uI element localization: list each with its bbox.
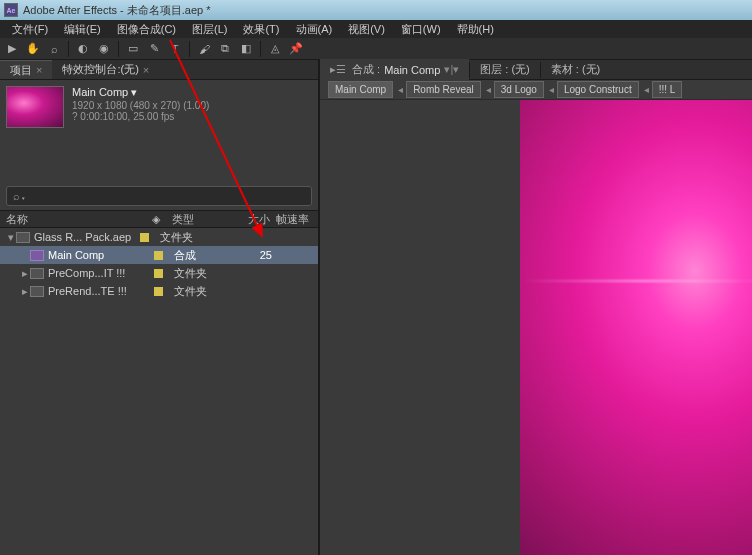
left-panel-tabs: 项目 × 特效控制台:(无) ×	[0, 60, 318, 80]
folder-icon	[30, 268, 44, 279]
item-label[interactable]	[148, 251, 168, 260]
list-item[interactable]: ▸ PreComp...IT !!! 文件夹	[0, 264, 318, 282]
list-item[interactable]: Main Comp 合成 25	[0, 246, 318, 264]
col-label[interactable]: ◈	[146, 213, 166, 226]
comp-info: Main Comp ▾ 1920 x 1080 (480 x 270) (1.0…	[0, 80, 318, 134]
chevron-left-icon: ◂	[549, 84, 554, 95]
menu-edit[interactable]: 编辑(E)	[56, 20, 109, 39]
tool-bar: ▶ ✋ ⌕ ◐ ◉ ▭ ✎ T 🖌 ⧉ ◧ ◬ 📌	[0, 38, 752, 60]
text-tool-icon[interactable]: T	[166, 40, 184, 58]
project-list: ▾ Glass R... Pack.aep 文件夹 Main Comp 合成 2…	[0, 228, 318, 555]
toolbar-separator	[68, 41, 69, 57]
hand-tool-icon[interactable]: ✋	[24, 40, 42, 58]
project-panel: 项目 × 特效控制台:(无) × Main Comp ▾ 1920 x 1080…	[0, 60, 320, 555]
search-icon: ⌕▾	[13, 190, 27, 202]
comp-flowchart-nav: Main Comp ◂ Romb Reveal ◂ 3d Logo ◂ Logo…	[320, 80, 752, 100]
comp-tab-name[interactable]: Main Comp	[384, 64, 440, 76]
item-type: 文件夹	[168, 266, 228, 281]
list-item[interactable]: ▸ PreRend...TE !!! 文件夹	[0, 282, 318, 300]
tab-close-icon[interactable]: ×	[36, 64, 42, 76]
project-list-header: 名称 ◈ 类型 大小 帧速率	[0, 210, 318, 228]
comp-text: Main Comp ▾ 1920 x 1080 (480 x 270) (1.0…	[72, 86, 209, 128]
item-size: 25	[228, 249, 278, 261]
menu-help[interactable]: 帮助(H)	[449, 20, 502, 39]
menu-animation[interactable]: 动画(A)	[288, 20, 341, 39]
item-name: PreRend...TE !!!	[48, 285, 148, 297]
tab-composition[interactable]: ▸☰ 合成 : Main Comp ▾|▾	[320, 59, 469, 80]
chevron-left-icon: ◂	[398, 84, 403, 95]
orbit-tool-icon[interactable]: ◐	[74, 40, 92, 58]
item-label[interactable]	[134, 233, 154, 242]
brush-tool-icon[interactable]: 🖌	[195, 40, 213, 58]
item-type: 合成	[168, 248, 228, 263]
project-search[interactable]: ⌕▾	[6, 186, 312, 206]
menu-layer[interactable]: 图层(L)	[184, 20, 235, 39]
menu-window[interactable]: 窗口(W)	[393, 20, 449, 39]
layer-tab-label: 图层 : (无)	[480, 62, 530, 77]
pen-tool-icon[interactable]: ✎	[145, 40, 163, 58]
tab-effect-controls[interactable]: 特效控制台:(无) ×	[52, 60, 159, 79]
tab-footage[interactable]: 素材 : (无)	[541, 59, 611, 80]
folder-icon	[16, 232, 30, 243]
chevron-left-icon: ◂	[644, 84, 649, 95]
comp-dimensions: 1920 x 1080 (480 x 270) (1.00)	[72, 100, 209, 111]
composition-icon	[30, 250, 44, 261]
pin-tool-icon[interactable]: 📌	[287, 40, 305, 58]
menu-file[interactable]: 文件(F)	[4, 20, 56, 39]
window-title: Adobe After Effects - 未命名项目.aep *	[23, 3, 211, 18]
app-icon: Ae	[4, 3, 18, 17]
item-name: Glass R... Pack.aep	[34, 231, 134, 243]
list-item[interactable]: ▾ Glass R... Pack.aep 文件夹	[0, 228, 318, 246]
disclosure-triangle-icon[interactable]: ▸	[20, 267, 30, 280]
col-size[interactable]: 大小	[226, 212, 276, 227]
tab-project[interactable]: 项目 ×	[0, 60, 52, 79]
item-label[interactable]	[148, 269, 168, 278]
lens-flare	[520, 280, 752, 282]
col-type[interactable]: 类型	[166, 212, 226, 227]
crumb-3dlogo[interactable]: 3d Logo	[494, 81, 544, 98]
col-name[interactable]: 名称	[6, 212, 146, 227]
crumb-logoconstruct[interactable]: Logo Construct	[557, 81, 639, 98]
composition-viewer[interactable]	[320, 100, 752, 555]
comp-thumbnail[interactable]	[6, 86, 64, 128]
roto-tool-icon[interactable]: ◬	[266, 40, 284, 58]
right-panel-tabs: ▸☰ 合成 : Main Comp ▾|▾ 图层 : (无) 素材 : (无)	[320, 60, 752, 80]
menu-effect[interactable]: 效果(T)	[235, 20, 287, 39]
folder-icon	[30, 286, 44, 297]
toolbar-separator	[118, 41, 119, 57]
menu-composition[interactable]: 图像合成(C)	[109, 20, 184, 39]
panel-menu-icon[interactable]: ▸☰	[330, 63, 346, 76]
col-fps[interactable]: 帧速率	[276, 212, 309, 227]
crumb-romb[interactable]: Romb Reveal	[406, 81, 481, 98]
axis-tool-icon[interactable]: ◉	[95, 40, 113, 58]
crumb-more[interactable]: !!! L	[652, 81, 683, 98]
eraser-tool-icon[interactable]: ◧	[237, 40, 255, 58]
item-name: Main Comp	[48, 249, 148, 261]
comp-preview-frame	[520, 100, 752, 555]
tab-layer[interactable]: 图层 : (无)	[470, 59, 540, 80]
rect-tool-icon[interactable]: ▭	[124, 40, 142, 58]
title-bar: Ae Adobe After Effects - 未命名项目.aep *	[0, 0, 752, 20]
disclosure-triangle-icon[interactable]: ▸	[20, 285, 30, 298]
toolbar-separator	[189, 41, 190, 57]
selection-tool-icon[interactable]: ▶	[3, 40, 21, 58]
chevron-left-icon: ◂	[486, 84, 491, 95]
zoom-tool-icon[interactable]: ⌕	[45, 40, 63, 58]
clone-tool-icon[interactable]: ⧉	[216, 40, 234, 58]
item-type: 文件夹	[168, 284, 228, 299]
tab-project-label: 项目	[10, 63, 32, 78]
item-type: 文件夹	[154, 230, 214, 245]
menu-bar: 文件(F) 编辑(E) 图像合成(C) 图层(L) 效果(T) 动画(A) 视图…	[0, 20, 752, 38]
comp-duration: ? 0:00:10:00, 25.00 fps	[72, 111, 209, 122]
menu-view[interactable]: 视图(V)	[340, 20, 393, 39]
crumb-main[interactable]: Main Comp	[328, 81, 393, 98]
item-name: PreComp...IT !!!	[48, 267, 148, 279]
comp-tab-label: 合成 :	[352, 62, 380, 77]
comp-name: Main Comp ▾	[72, 86, 209, 99]
workspace: 项目 × 特效控制台:(无) × Main Comp ▾ 1920 x 1080…	[0, 60, 752, 555]
tab-close-icon[interactable]: ×	[143, 64, 149, 76]
disclosure-triangle-icon[interactable]: ▾	[6, 231, 16, 244]
dropdown-icon[interactable]: ▾|▾	[444, 63, 459, 76]
tab-effect-label: 特效控制台:(无)	[62, 62, 138, 77]
item-label[interactable]	[148, 287, 168, 296]
